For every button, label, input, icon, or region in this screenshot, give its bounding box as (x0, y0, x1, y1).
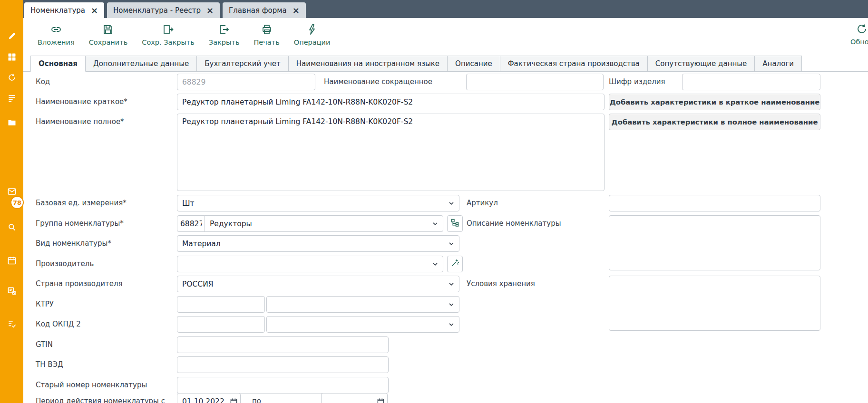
receipt-icon[interactable] (0, 94, 23, 103)
save-close-button[interactable]: Сохр. Закрыть (142, 24, 195, 46)
sync-icon[interactable] (0, 73, 23, 82)
refresh-button[interactable]: Обновить (850, 23, 868, 46)
old-number-input[interactable] (177, 377, 389, 393)
chevron-down-icon (432, 221, 439, 229)
tab-osnovnaya[interactable]: Основная (30, 56, 86, 72)
manufacturer-select[interactable] (177, 256, 443, 272)
code-label: Код (36, 74, 50, 90)
toolbar-label: Операции (294, 38, 331, 46)
operations-button[interactable]: Операции (294, 24, 331, 46)
old-number-label: Старый номер номенклатуры (36, 377, 147, 393)
printer-icon (261, 24, 273, 37)
group-select[interactable]: Редукторы (205, 215, 443, 232)
chevron-down-icon (448, 281, 455, 289)
window-tab-nomenklatura-reestr[interactable]: Номенклатура - Реестр × (107, 2, 220, 18)
ktru-select[interactable] (266, 296, 459, 313)
country-select[interactable]: РОССИЯ (177, 276, 459, 292)
print-button[interactable]: Печать (254, 24, 279, 46)
product-cipher-input[interactable] (682, 74, 820, 90)
magic-wand-icon (451, 259, 459, 269)
chevron-down-icon (448, 301, 455, 310)
name-abbrev-input[interactable] (466, 74, 604, 90)
name-short-label: Наименование краткое* (36, 94, 127, 110)
group-code-input[interactable] (177, 215, 205, 232)
description-label: Описание номенклатуры (467, 215, 561, 232)
tab-dopolnitelnye-dannye[interactable]: Дополнительные данные (85, 56, 197, 72)
add-characteristics-short-button[interactable]: Добавить характеристики в краткое наимен… (609, 94, 820, 110)
code-input[interactable] (177, 74, 315, 90)
okpd2-label: Код ОКПД 2 (36, 316, 81, 333)
ktru-code-input[interactable] (177, 296, 265, 313)
tasks-icon[interactable] (0, 319, 23, 329)
search-icon[interactable] (0, 222, 23, 232)
validity-to-field (321, 393, 388, 403)
name-short-input[interactable] (177, 94, 605, 110)
storage-label: Условия хранения (467, 276, 535, 292)
calendar-icon[interactable] (0, 256, 23, 265)
validity-label: Период действия номенклатуры с (36, 393, 165, 403)
select-value: Материал (182, 240, 221, 248)
product-cipher-label: Шифр изделия (609, 74, 665, 90)
pencil-icon[interactable] (0, 31, 23, 41)
select-value: РОССИЯ (182, 280, 214, 288)
gtin-label: GTIN (36, 336, 53, 353)
name-full-textarea[interactable]: Редуктор планетарный Liming FA142-10N-R8… (177, 114, 605, 191)
base-unit-select[interactable]: Шт (177, 195, 459, 211)
calendar-icon[interactable] (230, 398, 237, 403)
chevron-down-icon (448, 200, 455, 209)
country-label: Страна производителя (36, 276, 123, 292)
kind-select[interactable]: Материал (177, 235, 459, 252)
name-abbrev-label: Наименование сокращенное (324, 74, 432, 90)
mail-icon[interactable] (0, 187, 23, 196)
validity-from-field (177, 393, 241, 403)
window-tab-label: Номенклатура - Реестр (113, 6, 201, 15)
tab-opisanie[interactable]: Описание (447, 56, 500, 72)
select-value: Шт (182, 199, 195, 208)
save-button[interactable]: Сохранить (89, 24, 128, 46)
tab-fakticheskaya-strana[interactable]: Фактическая страна производства (500, 56, 648, 72)
mail-badge: 78 (10, 196, 24, 209)
tab-analogi[interactable]: Аналоги (754, 56, 802, 72)
report-box-icon[interactable] (0, 286, 23, 296)
main-area: Номенклатура × Номенклатура - Реестр × Г… (23, 0, 868, 403)
toolbar-label: Сохранить (89, 38, 128, 46)
close-button[interactable]: Закрыть (209, 24, 240, 46)
validity-to-label: по (252, 393, 261, 403)
group-tree-button[interactable] (447, 215, 463, 232)
left-sidebar: 78 (0, 0, 23, 403)
link-icon (50, 24, 62, 37)
name-full-label: Наименование полное* (36, 114, 124, 130)
description-textarea[interactable] (609, 215, 820, 270)
form-tab-strip: Основная Дополнительные данные Бухгалтер… (23, 52, 868, 72)
attachments-button[interactable]: Вложения (38, 24, 75, 46)
modules-icon[interactable] (0, 52, 23, 62)
window-tab-label: Главная форма (229, 6, 287, 15)
close-icon[interactable]: × (91, 6, 98, 15)
storage-textarea[interactable] (609, 276, 820, 331)
calendar-icon[interactable] (377, 398, 384, 403)
add-characteristics-full-button[interactable]: Добавить характеристики в полное наимено… (609, 114, 820, 130)
save-close-icon (163, 24, 174, 37)
form-body: Код Наименование сокращенное Шифр издели… (23, 72, 868, 403)
window-tab-glavnaya-forma[interactable]: Главная форма × (223, 2, 306, 18)
window-tab-label: Номенклатура (30, 6, 85, 15)
manufacturer-wizard-button[interactable] (447, 256, 463, 272)
select-value: Редукторы (210, 220, 252, 228)
folder-icon[interactable] (0, 118, 23, 127)
manufacturer-label: Производитель (36, 256, 94, 272)
tnved-input[interactable] (177, 356, 389, 373)
article-input[interactable] (609, 195, 820, 211)
window-tab-nomenklatura[interactable]: Номенклатура × (24, 2, 104, 18)
okpd2-code-input[interactable] (177, 316, 265, 333)
window-tab-bar: Номенклатура × Номенклатура - Реестр × Г… (23, 0, 868, 18)
close-icon[interactable]: × (206, 6, 214, 15)
okpd2-select[interactable] (266, 316, 459, 333)
toolbar-label: Обновить (850, 38, 868, 46)
tab-buhgalterskiy-uchet[interactable]: Бухгалтерский учет (196, 56, 288, 72)
chevron-down-icon (448, 321, 455, 330)
close-icon[interactable]: × (293, 6, 300, 15)
tab-inostrannye-naimenovaniya[interactable]: Наименования на иностранном языке (288, 56, 448, 72)
toolbar-label: Печать (254, 38, 279, 46)
tab-soputstvuyushchie-dannye[interactable]: Сопутствующие данные (647, 56, 755, 72)
gtin-input[interactable] (177, 336, 389, 353)
